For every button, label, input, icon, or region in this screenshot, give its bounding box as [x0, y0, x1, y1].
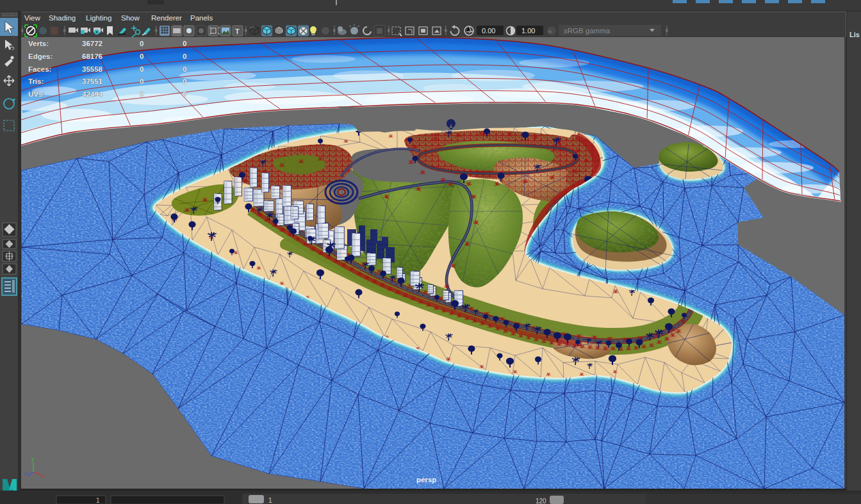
- svg-text:0.00: 0.00: [482, 27, 495, 35]
- svg-text:sRGB gamma: sRGB gamma: [564, 27, 611, 35]
- svg-text:fx: fx: [548, 29, 552, 35]
- svg-text:1: 1: [96, 497, 100, 504]
- svg-text:1.00: 1.00: [521, 27, 535, 35]
- svg-text:T: T: [235, 28, 240, 35]
- svg-text:1: 1: [268, 497, 272, 504]
- svg-text:Lis: Lis: [849, 31, 860, 38]
- svg-text:120: 120: [536, 498, 546, 504]
